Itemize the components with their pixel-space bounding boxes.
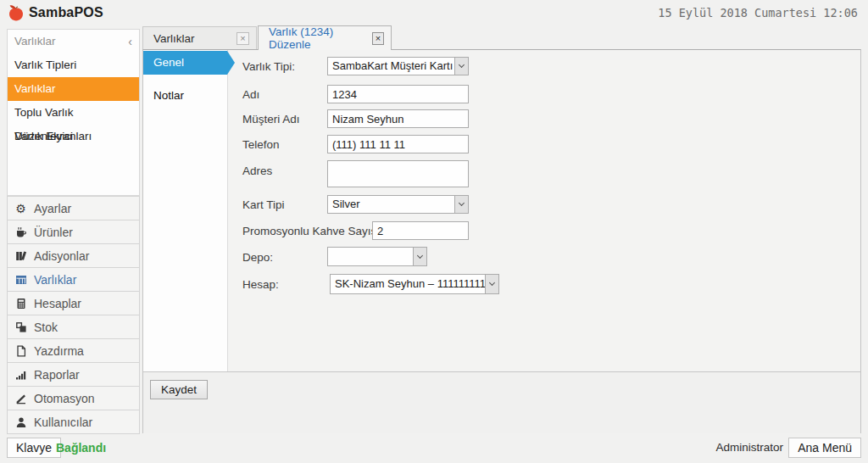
module-label: Varlıklar [34,273,76,287]
connection-status: Bağlandı [56,441,106,455]
bar-chart-icon [14,368,27,381]
clock-datetime: 15 Eylül 2018 Cumartesi 12:06 [658,6,858,20]
module-label: Adisyonlar [34,249,89,263]
module-yazdirma[interactable]: Yazdırma [7,338,140,363]
module-menu: ⚙ Ayarlar Ürünler Adisyonlar Varlıklar [7,196,140,434]
adres-label: Adres [242,165,272,177]
sidebar-item-varlik-tipleri[interactable]: Varlık Tipleri [8,53,139,77]
chevron-down-icon[interactable] [413,248,426,265]
chevron-down-icon[interactable] [485,275,498,293]
telefon-field[interactable] [327,135,469,153]
sidebar-item-varlik-ekranlari[interactable]: Varlık Ekranları [8,125,139,148]
varlik-tipi-select[interactable]: SambaKart Müşteri Kartı [327,57,469,75]
calculator-icon [14,297,27,310]
logged-in-user: Administrator [715,441,783,454]
depo-label: Depo: [242,251,273,264]
musteri-adi-label: Müşteri Adı [242,113,300,126]
promosyonlu-kahve-sayisi-label: Promosyonlu Kahve Sayısı [242,225,380,237]
kart-tipi-value: Silver [328,196,454,213]
top-bar: SambaPOS 15 Eylül 2018 Cumartesi 12:06 [0,0,868,25]
chevron-down-icon[interactable] [454,58,468,75]
pencil-icon [14,392,27,404]
subnav-item-genel[interactable]: Genel [143,51,227,75]
gear-icon: ⚙ [14,202,27,215]
module-label: Hesaplar [34,297,81,310]
telefon-label: Telefon [242,138,280,151]
sambapos-window: SambaPOS 15 Eylül 2018 Cumartesi 12:06 V… [0,0,868,463]
module-label: Ayarlar [34,202,71,215]
module-label: Yazdırma [34,344,84,358]
tomato-logo-icon [7,3,25,22]
save-button[interactable]: Kaydet [150,380,208,399]
module-kullanicilar[interactable]: Kullanıcılar [7,410,140,434]
sidebar-section-panel: Varlıklar Varlık Tipleri Varlıklar Toplu… [7,29,140,196]
panel-footer: Kaydet [143,371,860,433]
main-menu-button[interactable]: Ana Menü [788,438,861,458]
varlik-tipi-value: SambaKart Müşteri Kartı [328,58,454,75]
subnav: Genel Notlar [143,50,228,371]
table-icon [14,273,27,286]
close-icon[interactable] [236,32,249,45]
depo-select[interactable] [327,247,427,266]
subnav-item-notlar[interactable]: Notlar [143,84,227,108]
tab-varlik-duzenle[interactable]: Varlık (1234) Düzenle [258,25,392,50]
module-adisyonlar[interactable]: Adisyonlar [7,243,140,268]
module-label: Raporlar [34,368,80,382]
module-otomasyon[interactable]: Otomasyon [7,386,140,410]
app-title: SambaPOS [29,5,103,20]
adres-field[interactable] [327,160,469,187]
keyboard-button[interactable]: Klavye [7,438,61,458]
close-icon[interactable] [372,32,384,45]
app-logo: SambaPOS [7,3,103,22]
kart-tipi-label: Kart Tipi [242,198,285,211]
sidebar-header-title: Varlıklar [14,35,56,47]
boxes-icon [14,321,27,333]
sidebar-header: Varlıklar [8,30,139,53]
module-stok[interactable]: Stok [7,315,140,339]
module-raporlar[interactable]: Raporlar [7,362,140,387]
document-icon [14,344,27,357]
module-label: Stok [34,321,58,334]
module-varliklar[interactable]: Varlıklar [7,267,140,292]
tab-varliklar[interactable]: Varlıklar [142,26,257,50]
module-hesaplar[interactable]: Hesaplar [7,291,140,315]
adi-field[interactable] [327,85,469,103]
varlik-tipi-label: Varlık Tipi: [242,60,295,73]
sidebar-item-toplu-varlik-duzenleyici[interactable]: Toplu Varlık Düzenleyici [8,101,139,125]
module-label: Otomasyon [34,392,95,405]
chevron-down-icon[interactable] [454,196,468,213]
user-icon [14,416,27,428]
coffee-icon [14,226,27,238]
hesap-select[interactable]: SK-Nizam Seyhun – 1111111111 [330,274,499,294]
chevron-left-icon[interactable] [128,30,132,53]
edit-entity-panel: Genel Notlar Varlık Tipi: SambaKart Müşt… [142,49,861,433]
module-label: Ürünler [34,226,73,239]
tab-label: Varlık (1234) Düzenle [269,25,372,51]
module-urunler[interactable]: Ürünler [7,220,140,244]
module-ayarlar[interactable]: ⚙ Ayarlar [7,196,140,220]
hesap-value: SK-Nizam Seyhun – 1111111111 [331,276,485,293]
kart-tipi-select[interactable]: Silver [327,195,469,214]
tab-label: Varlıklar [153,32,195,45]
promosyonlu-kahve-sayisi-field[interactable] [372,221,469,240]
musteri-adi-field[interactable] [327,109,469,128]
adi-label: Adı [242,88,259,101]
books-icon [14,249,27,262]
module-label: Kullanıcılar [34,416,92,429]
hesap-label: Hesap: [242,278,279,291]
sidebar-item-varliklar[interactable]: Varlıklar [8,77,139,101]
